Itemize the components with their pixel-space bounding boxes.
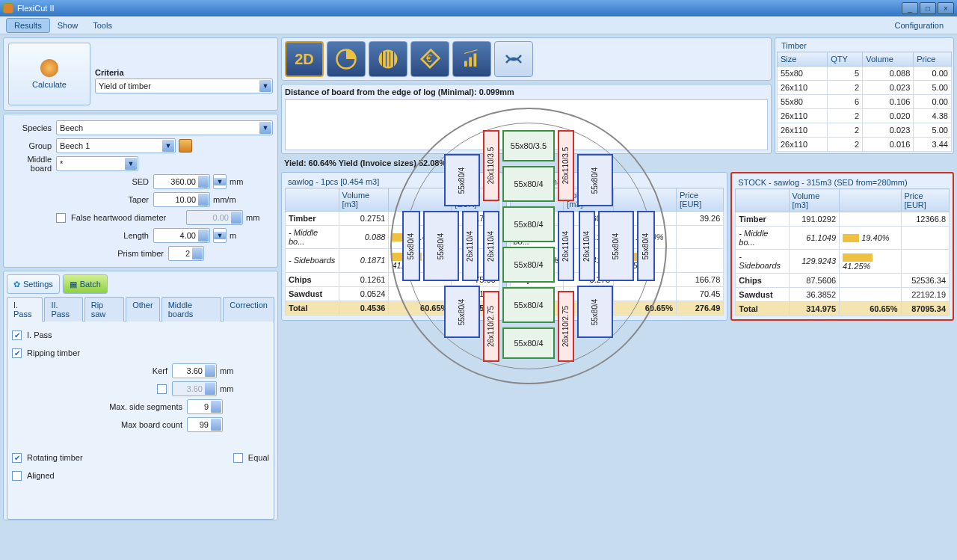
window-titlebar: FlexiCut II _ □ × — [0, 0, 957, 16]
species-label: Species — [8, 123, 53, 132]
svg-rect-7 — [464, 61, 467, 67]
kerf2-checkbox[interactable] — [157, 384, 167, 394]
view-toolbar: 2D € — [281, 37, 772, 81]
group-select[interactable]: Beech 1▼ — [56, 138, 176, 153]
species-select[interactable]: Beech▼ — [56, 120, 273, 135]
sed-unit-select[interactable]: ▼ — [213, 174, 227, 189]
taper-input[interactable]: 10.00 — [153, 192, 210, 207]
middle-board-select[interactable]: *▼ — [56, 156, 138, 171]
unit-mmpm: mm/m — [213, 195, 240, 204]
fhd-checkbox[interactable] — [56, 213, 66, 223]
fhd-input: 0.00 — [186, 210, 243, 225]
criteria-select[interactable]: Yield of timber▼ — [95, 79, 273, 93]
unit-m: m — [230, 231, 256, 240]
aligned-checkbox[interactable] — [12, 471, 22, 481]
rotating-checkbox[interactable]: ✔ — [12, 453, 22, 463]
svg-point-1 — [379, 50, 398, 69]
calculate-button[interactable]: Calculate — [8, 43, 90, 105]
rotating-label: Rotating timber — [27, 453, 83, 462]
kerf2-input: 3.60 — [172, 381, 217, 396]
maxseg-label: Max. side segments — [12, 402, 184, 411]
edit-group-button[interactable] — [179, 139, 192, 153]
equal-checkbox[interactable] — [233, 453, 243, 463]
view-chart-button[interactable] — [452, 41, 491, 77]
chevron-down-icon: ▼ — [259, 80, 271, 92]
unit-mm: mm — [230, 177, 256, 186]
tab-ripsaw[interactable]: Rip saw — [84, 297, 124, 321]
taper-label: Taper — [8, 195, 150, 204]
tab-other[interactable]: Other — [126, 297, 160, 321]
timber-row[interactable]: 26x11020.0204.38 — [778, 109, 952, 123]
settings-button[interactable]: ✿Settings — [7, 274, 60, 294]
tab-pass1[interactable]: I. Pass — [7, 297, 43, 321]
timber-row[interactable]: 26x11020.0163.44 — [778, 138, 952, 152]
ipass-label: I. Pass — [27, 330, 52, 339]
timber-table: SizeQTYVolumePrice 55x8050.0880.0026x110… — [777, 52, 952, 152]
close-button[interactable]: × — [938, 2, 954, 14]
timber-row[interactable]: 26x11020.0235.00 — [778, 123, 952, 138]
kerf-input[interactable]: 3.60 — [172, 363, 217, 378]
aligned-label: Aligned — [27, 471, 55, 480]
length-label: Length — [8, 231, 150, 240]
tab-pass2[interactable]: II. Pass — [44, 297, 82, 321]
minimize-button[interactable]: _ — [902, 2, 918, 14]
tab-correction[interactable]: Correction — [223, 297, 274, 321]
ripping-checkbox[interactable]: ✔ — [12, 348, 22, 358]
view-2d-button[interactable]: 2D — [285, 41, 324, 77]
prism-label: Prism timber — [8, 249, 165, 258]
ripping-label: Ripping timber — [27, 348, 80, 357]
svg-rect-9 — [474, 54, 477, 67]
maxbrd-input[interactable]: 99 — [187, 417, 223, 432]
timber-row[interactable]: 26x11020.0235.00 — [778, 81, 952, 95]
maxseg-input[interactable]: 9 — [187, 399, 223, 414]
svg-text:€: € — [426, 53, 432, 64]
kerf-label: Kerf — [12, 366, 169, 375]
gear-icon — [40, 59, 58, 77]
length-input[interactable]: 4.00 — [153, 228, 210, 243]
sed-label: SED — [8, 177, 150, 186]
middle-board-label: Middle board — [8, 155, 53, 173]
view-pie-button[interactable] — [327, 41, 366, 77]
group-label: Group — [8, 141, 53, 150]
criteria-value: Yield of timber — [99, 81, 151, 90]
view-cross-button[interactable] — [494, 41, 533, 77]
sed-input[interactable]: 360.00 — [153, 174, 210, 189]
result-title-3: STOCK - sawlog - 315m3 (SED from=280mm) — [735, 176, 950, 188]
tab-middle-boards[interactable]: Middle boards — [161, 297, 222, 321]
batch-icon: ▦ — [70, 280, 77, 289]
timber-row[interactable]: 55x8050.0880.00 — [778, 67, 952, 81]
menu-results[interactable]: Results — [6, 18, 50, 33]
timber-row[interactable]: 55x8060.1060.00 — [778, 95, 952, 109]
ipass-checkbox[interactable]: ✔ — [12, 330, 22, 340]
svg-rect-8 — [469, 58, 472, 67]
diagram-title: Distance of board from the edge of log (… — [285, 87, 768, 96]
calculate-label: Calculate — [32, 80, 67, 89]
gear-icon: ✿ — [13, 280, 20, 289]
length-unit-select[interactable]: ▼ — [213, 228, 227, 243]
view-price-button[interactable]: € — [410, 41, 449, 77]
criteria-label: Criteria — [95, 68, 273, 77]
maxbrd-label: Max board count — [12, 420, 184, 429]
batch-button[interactable]: ▦Batch — [63, 274, 108, 294]
view-circle-button[interactable] — [369, 41, 407, 77]
equal-label: Equal — [248, 453, 269, 462]
window-title: FlexiCut II — [17, 4, 55, 13]
menu-tools[interactable]: Tools — [85, 19, 120, 32]
prism-input[interactable]: 2 — [168, 246, 204, 261]
fhd-label: False heartwood diameter — [71, 213, 183, 222]
menu-show[interactable]: Show — [50, 19, 86, 32]
app-icon — [3, 3, 13, 13]
menubar: Results Show Tools Configuration — [0, 16, 957, 34]
result-panel-3: STOCK - sawlog - 315m3 (SED from=280mm) … — [730, 172, 954, 321]
maximize-button[interactable]: □ — [920, 2, 936, 14]
timber-panel-title: Timber — [777, 40, 952, 52]
log-diagram: 55x80/3.5 55x80/4 55x80/4 55x80/4 55x80/… — [285, 99, 768, 150]
menu-configuration[interactable]: Configuration — [887, 19, 951, 32]
